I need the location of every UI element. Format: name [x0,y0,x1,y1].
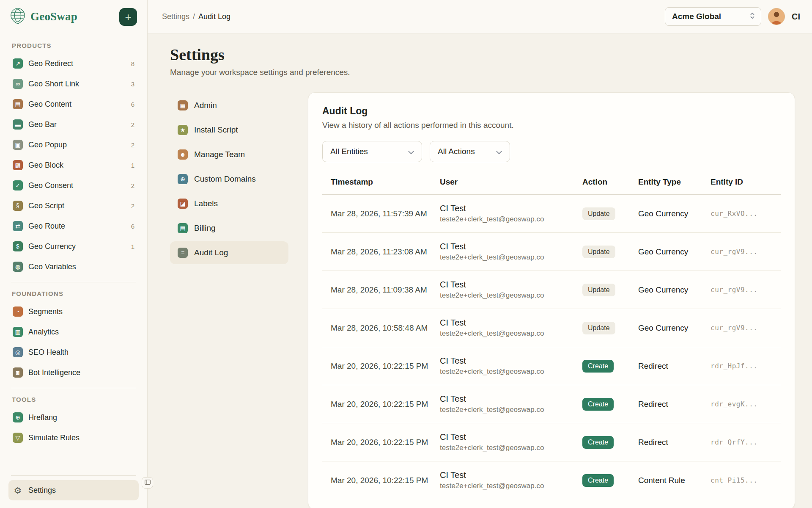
entities-filter-value: All Entities [330,147,368,156]
sidebar-item-seo-health[interactable]: ◎ SEO Health [8,342,139,362]
settings-nav-label: Audit Log [194,248,228,257]
sidebar-item-badge: 2 [131,182,134,189]
audit-log-row[interactable]: Mar 20, 2026, 10:22:15 PM CI Test teste2… [322,423,781,461]
cell-entity-type: Geo Currency [638,233,710,271]
action-badge: Update [582,284,615,296]
sidebar-item-bot-intelligence[interactable]: ◙ Bot Intelligence [8,362,139,383]
sidebar-item-geo-short-link[interactable]: ∞ Geo Short Link 3 [8,74,139,94]
geo-script-icon: § [13,201,23,211]
settings-nav-item-admin[interactable]: ▦ Admin [170,94,288,117]
sidebar-section-title: TOOLS [8,389,139,407]
audit-log-title: Audit Log [322,105,781,117]
settings-layout: ▦ Admin ★ Install Script ☻ Manage Team ⊕… [170,92,795,508]
cell-entity-id: cur_RxVO... [710,195,781,233]
settings-nav-item-billing[interactable]: ▤ Billing [170,217,288,240]
audit-log-row[interactable]: Mar 20, 2026, 10:22:15 PM CI Test teste2… [322,385,781,423]
user-email: teste2e+clerk_test@geoswap.co [440,367,579,376]
table-header-user: User [440,174,582,195]
cell-entity-id: rdr_evgK... [710,385,781,423]
cell-entity-type: Geo Currency [638,271,710,309]
settings-page: Settings Manage your workspace settings … [148,33,812,508]
page-subtitle: Manage your workspace settings and prefe… [170,68,795,77]
sidebar-item-hreflang[interactable]: ⊕ Hreflang [8,407,139,428]
geo-redirect-icon: ↗ [13,58,23,69]
install-script-icon: ★ [178,125,188,135]
sidebar-item-geo-consent[interactable]: ✓ Geo Consent 2 [8,175,139,196]
breadcrumb-current: Audit Log [198,12,230,21]
settings-nav-item-install-script[interactable]: ★ Install Script [170,119,288,141]
action-badge: Create [582,474,614,487]
sidebar-item-geo-route[interactable]: ⇄ Geo Route 6 [8,216,139,236]
sidebar-item-geo-variables[interactable]: ◍ Geo Variables [8,257,139,277]
settings-nav-item-labels[interactable]: ◪ Labels [170,192,288,215]
sidebar-item-segments[interactable]: ◔ Segments [8,301,139,322]
entities-filter-select[interactable]: All Entities [322,141,422,162]
sidebar-item-badge: 6 [131,101,134,108]
sidebar-item-geo-content[interactable]: ▤ Geo Content 6 [8,94,139,114]
chevron-down-icon [496,147,502,156]
sidebar-item-label: Geo Short Link [28,80,126,88]
cell-user: CI Test teste2e+clerk_test@geoswap.co [440,271,582,309]
audit-log-row[interactable]: Mar 20, 2026, 10:22:15 PM CI Test teste2… [322,347,781,385]
brand-logo[interactable]: GeoSwap [9,8,77,26]
sidebar-collapse-button[interactable] [142,477,153,489]
user-email: teste2e+clerk_test@geoswap.co [440,291,579,300]
action-badge: Update [582,246,615,258]
audit-log-filters: All Entities All Actions [322,141,781,162]
user-email: teste2e+clerk_test@geoswap.co [440,444,579,452]
geo-variables-icon: ◍ [13,262,23,272]
sidebar-item-geo-currency[interactable]: $ Geo Currency 1 [8,236,139,257]
audit-log-row[interactable]: Mar 28, 2026, 11:09:38 AM CI Test teste2… [322,271,781,309]
breadcrumb-parent[interactable]: Settings [162,12,189,21]
sidebar-item-settings[interactable]: ⚙ Settings [8,480,139,500]
sidebar-item-geo-popup[interactable]: ▣ Geo Popup 2 [8,135,139,155]
sidebar-item-label: Geo Content [28,100,126,109]
sidebar-nav: PRODUCTS ↗ Geo Redirect 8 ∞ Geo Short Li… [0,33,147,470]
create-new-button[interactable]: + [119,8,137,26]
table-header-entity-id: Entity ID [710,174,781,195]
settings-nav-item-manage-team[interactable]: ☻ Manage Team [170,143,288,166]
segments-icon: ◔ [13,306,23,317]
sidebar-item-geo-bar[interactable]: ▬ Geo Bar 2 [8,114,139,135]
actions-filter-select[interactable]: All Actions [430,141,510,162]
cell-entity-id: rdr_HpJf... [710,347,781,385]
settings-nav-item-custom-domains[interactable]: ⊕ Custom Domains [170,168,288,190]
cell-timestamp: Mar 28, 2026, 10:58:48 AM [322,309,440,347]
sidebar-item-analytics[interactable]: ▥ Analytics [8,322,139,342]
sidebar-header: GeoSwap + [0,0,147,33]
sidebar-item-label: Settings [28,486,134,495]
breadcrumb: Settings / Audit Log [162,12,230,21]
audit-log-row[interactable]: Mar 28, 2026, 10:58:48 AM CI Test teste2… [322,309,781,347]
sidebar-item-geo-redirect[interactable]: ↗ Geo Redirect 8 [8,53,139,74]
sidebar-item-simulate-rules[interactable]: ▽ Simulate Rules [8,428,139,448]
audit-log-row[interactable]: Mar 28, 2026, 11:23:08 AM CI Test teste2… [322,233,781,271]
audit-log-row[interactable]: Mar 28, 2026, 11:57:39 AM CI Test teste2… [322,195,781,233]
cell-entity-type: Redirect [638,347,710,385]
settings-nav-item-audit-log[interactable]: ≡ Audit Log [170,241,288,264]
sidebar-item-geo-block[interactable]: ▩ Geo Block 1 [8,155,139,175]
user-email: teste2e+clerk_test@geoswap.co [440,329,579,338]
simulate-rules-icon: ▽ [13,433,23,443]
action-badge: Update [582,207,615,220]
sidebar-item-label: Bot Intelligence [28,368,129,377]
settings-nav-label: Admin [194,101,217,110]
cell-action: Update [582,233,638,271]
workspace-selector[interactable]: Acme Global [665,7,761,26]
audit-log-row[interactable]: Mar 20, 2026, 10:22:15 PM CI Test teste2… [322,461,781,500]
user-email: teste2e+clerk_test@geoswap.co [440,215,579,224]
sidebar-item-label: Geo Script [28,202,126,210]
user-name: CI Test [440,394,579,404]
sidebar-item-label: Geo Block [28,161,126,170]
cell-user: CI Test teste2e+clerk_test@geoswap.co [440,309,582,347]
cell-user: CI Test teste2e+clerk_test@geoswap.co [440,423,582,461]
admin-icon: ▦ [178,100,188,110]
sidebar-item-geo-script[interactable]: § Geo Script 2 [8,196,139,216]
table-header-action: Action [582,174,638,195]
user-avatar[interactable] [768,8,785,25]
cell-entity-type: Geo Currency [638,309,710,347]
sidebar-item-label: Simulate Rules [28,433,129,442]
audit-log-card: Audit Log View a history of all actions … [308,92,795,508]
user-email: teste2e+clerk_test@geoswap.co [440,253,579,262]
cell-timestamp: Mar 28, 2026, 11:09:38 AM [322,271,440,309]
geo-consent-icon: ✓ [13,180,23,190]
